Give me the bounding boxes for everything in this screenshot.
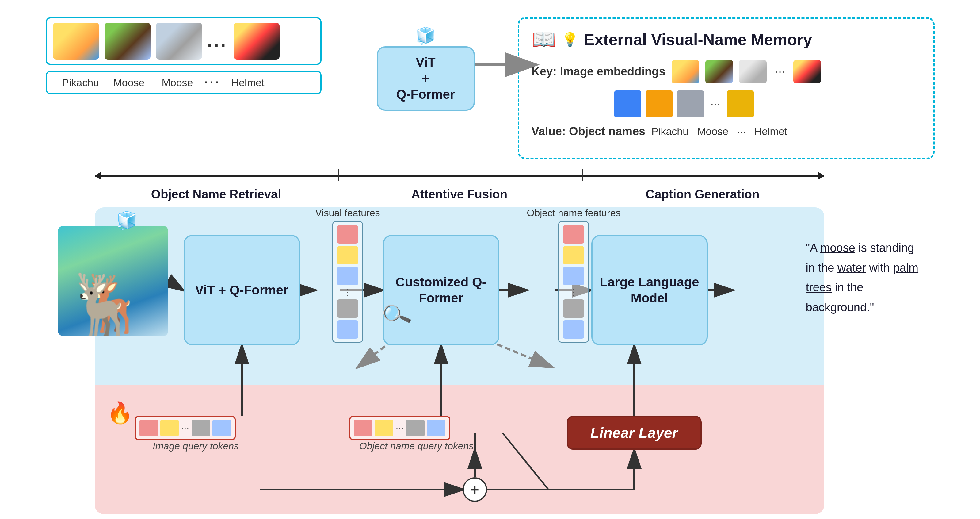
diagram-wrapper: ... Pikachu Moose Moose ··· Helmet 🧊 ViT…	[46, 17, 935, 502]
memory-key-row: Key: Image embeddings ···	[531, 60, 921, 83]
training-images-row: ...	[46, 17, 321, 65]
mem-thumb-2	[705, 60, 733, 83]
mem-thumb-1	[671, 60, 699, 83]
main-container: ... Pikachu Moose Moose ··· Helmet 🧊 ViT…	[0, 0, 980, 519]
mem-thumb-4	[793, 60, 821, 83]
customized-qformer-box: Customized Q-Former	[383, 235, 500, 345]
val-name-pikachu: Pikachu	[651, 125, 689, 137]
onf-4	[563, 299, 584, 318]
phase-left-arrow	[95, 171, 102, 180]
image-query-tokens-label: Image query tokens	[135, 441, 257, 452]
vit-qformer-top-title: ViT+Q-Former	[396, 54, 455, 103]
oqt-4	[427, 420, 445, 436]
fire-icon: 🔥	[107, 401, 133, 425]
embed-yellow	[727, 91, 754, 118]
mem-dots-2: ···	[711, 97, 721, 111]
phase-sep-2	[582, 169, 583, 181]
onf-5	[563, 320, 584, 339]
ice-icon-top: 🧊	[377, 26, 475, 45]
plus-circle: +	[463, 477, 487, 502]
output-text: "A moose is standing in the water with p…	[806, 241, 919, 314]
vit-qformer-top-wrapper: 🧊 ViT+Q-Former	[377, 26, 475, 111]
onf-2	[563, 246, 584, 264]
onf-3	[563, 267, 584, 285]
image-query-tokens-container: ···	[135, 416, 236, 440]
val-name-helmet: Helmet	[754, 125, 788, 137]
oqt-3	[406, 420, 425, 436]
memory-value-row: Value: Object names Pikachu Moose ··· He…	[531, 125, 921, 138]
output-text-wrapper: "A moose is standing in the water with p…	[806, 238, 923, 317]
phase-full-line	[95, 175, 824, 177]
vf-1	[337, 225, 358, 244]
phase-right-arrow	[818, 171, 824, 180]
vf-4	[337, 299, 358, 318]
object-name-features-col-wrapper: Object name features ⋮	[527, 208, 621, 343]
train-img-moose2	[156, 23, 202, 59]
dots-labels: ···	[204, 76, 221, 89]
bulb-icon: 💡	[562, 32, 578, 48]
phase-labels-section: Object Name Retrieval Attentive Fusion C…	[95, 166, 824, 201]
onf-1	[563, 225, 584, 244]
iqt-3	[192, 420, 210, 436]
label-moose1: Moose	[108, 77, 151, 89]
memory-title: 📖 💡 External Visual-Name Memory	[531, 28, 921, 51]
iqt-dots: ···	[181, 422, 189, 434]
object-name-features-col: ⋮	[558, 221, 589, 343]
phase-generation-label: Caption Generation	[581, 187, 824, 201]
vf-3	[337, 267, 358, 285]
phase-sep-1	[339, 169, 339, 181]
label-helmet: Helmet	[226, 77, 269, 89]
object-name-features-label: Object name features	[527, 208, 621, 219]
external-memory-box: 📖 💡 External Visual-Name Memory Key: Ima…	[518, 17, 935, 159]
iqt-4	[212, 420, 231, 436]
output-water: water	[837, 261, 866, 274]
vit-qformer-bottom-box: ViT + Q-Former	[184, 235, 300, 345]
iqt-1	[140, 420, 158, 436]
visual-features-col-wrapper: Visual features ⋮	[315, 208, 380, 343]
vit-qformer-bottom-title: ViT + Q-Former	[195, 282, 288, 299]
memory-title-text: External Visual-Name Memory	[584, 30, 812, 49]
training-labels-row: Pikachu Moose Moose ··· Helmet	[46, 70, 321, 94]
vf-2	[337, 246, 358, 264]
train-img-moose1	[105, 23, 151, 59]
linear-layer-text: Linear Layer	[590, 425, 678, 441]
top-section: ... Pikachu Moose Moose ··· Helmet	[46, 17, 414, 94]
train-img-pikachu	[53, 23, 99, 59]
label-pikachu: Pikachu	[59, 77, 102, 89]
phase-retrieval-label: Object Name Retrieval	[95, 187, 338, 201]
label-moose2: Moose	[156, 77, 199, 89]
vf-5	[337, 320, 358, 339]
object-query-tokens-container: ···	[349, 416, 450, 440]
oqt-2	[375, 420, 393, 436]
mem-thumb-3	[739, 60, 767, 83]
phase-labels-row: Object Name Retrieval Attentive Fusion C…	[95, 187, 824, 201]
memory-embed-row: ···	[614, 91, 921, 118]
embed-orange	[646, 91, 673, 118]
value-names: Pikachu Moose ··· Helmet	[651, 125, 787, 137]
output-moose: moose	[820, 241, 855, 254]
input-image: 🦌	[58, 226, 168, 336]
visual-features-label: Visual features	[315, 208, 380, 219]
object-query-tokens-label: Object name query tokens	[340, 441, 493, 452]
linear-layer-box: Linear Layer	[567, 416, 702, 450]
memory-value-label: Value: Object names	[531, 125, 646, 138]
vf-dots: ⋮	[337, 288, 358, 297]
train-img-helmet	[234, 23, 280, 59]
embed-blue	[614, 91, 641, 118]
vit-qformer-top-box: ViT+Q-Former	[377, 46, 475, 111]
ice-icon-bottom: 🧊	[116, 211, 138, 231]
embed-gray	[677, 91, 704, 118]
oqt-1	[354, 420, 372, 436]
book-icon: 📖	[531, 28, 556, 51]
memory-key-label: Key: Image embeddings	[531, 65, 665, 78]
onf-dots: ⋮	[563, 288, 584, 297]
oqt-dots: ···	[396, 422, 404, 434]
val-name-dots: ···	[737, 125, 746, 137]
iqt-2	[160, 420, 179, 436]
mem-dots: ···	[775, 65, 785, 78]
dots-images: ...	[207, 32, 228, 50]
visual-features-col: ⋮	[332, 221, 363, 343]
phase-arrow-row	[95, 166, 824, 184]
val-name-moose: Moose	[697, 125, 728, 137]
phase-fusion-label: Attentive Fusion	[338, 187, 581, 201]
